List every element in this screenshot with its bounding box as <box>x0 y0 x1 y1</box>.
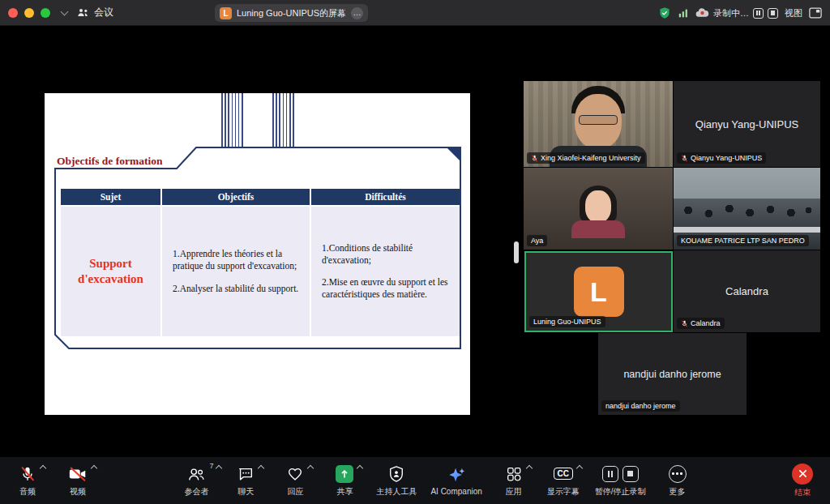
muted-mic-icon <box>531 155 538 162</box>
video-tile-qianyu-yang[interactable]: Qianyu Yang-UNIPUS Qianyu Yang-UNIPUS <box>674 81 820 167</box>
objective-item: 1.Apprendre les théories et la pratique … <box>173 248 302 272</box>
share-screen-icon <box>336 465 353 483</box>
close-window-button[interactable] <box>8 8 18 18</box>
participant-name-tag: Aya <box>527 235 547 246</box>
chat-button[interactable]: 聊天 <box>228 464 263 498</box>
apps-label: 应用 <box>506 486 522 498</box>
chevron-up-icon[interactable] <box>357 464 363 471</box>
cloud-recording-icon <box>695 7 709 19</box>
video-button[interactable]: 视频 <box>60 464 96 498</box>
more-ellipsis-icon <box>669 465 687 483</box>
stop-recording-icon[interactable] <box>622 466 639 482</box>
view-layout-icon[interactable] <box>809 7 822 19</box>
avatar: L <box>574 267 624 317</box>
audio-label: 音频 <box>19 486 36 498</box>
chevron-up-icon[interactable] <box>307 464 314 471</box>
chat-icon <box>237 465 255 483</box>
shared-screen-tab[interactable]: L Luning Guo-UNIPUS的屏幕 … <box>215 4 368 22</box>
table-body-row: Support d'excavation 1.Apprendre les thé… <box>61 207 460 336</box>
participant-name-tag: Qianyu Yang-UNIPUS <box>677 152 766 164</box>
participants-button[interactable]: 7 参会者 <box>178 464 214 498</box>
camera-muted-icon <box>68 465 88 483</box>
captions-cc-icon: CC <box>554 468 573 480</box>
difficulty-item: 2.Mise en œuvre du support et les caract… <box>322 276 451 301</box>
record-controls-button[interactable]: 暂停/停止录制 <box>595 464 646 498</box>
participants-label: 参会者 <box>184 486 208 498</box>
table-header-sujet: Sujet <box>61 189 162 205</box>
apps-button[interactable]: 应用 <box>496 464 532 498</box>
table-cell-objectives: 1.Apprendre les théories et la pratique … <box>162 207 311 336</box>
end-meeting-button[interactable]: 结束 <box>785 463 820 498</box>
end-label: 结束 <box>794 487 811 498</box>
participants-count-badge: 7 <box>209 462 213 470</box>
anchor-lines-graphic <box>272 93 295 148</box>
panel-resize-handle[interactable] <box>514 241 519 263</box>
chat-label: 聊天 <box>237 486 254 498</box>
video-tile-xing-xiaofei[interactable]: Xing Xiaofei-Kaifeng University <box>524 81 673 167</box>
minimize-window-button[interactable] <box>24 8 34 18</box>
security-shield-icon[interactable] <box>658 6 671 19</box>
video-tile-luning-guo-active[interactable]: L Luning Guo-UNIPUS <box>524 251 673 332</box>
titlebar-right: 录制中… 视图 <box>658 0 822 26</box>
chevron-down-icon[interactable] <box>61 7 69 15</box>
tab-avatar: L <box>220 7 232 19</box>
mic-muted-icon <box>19 465 36 483</box>
zoom-window-button[interactable] <box>41 8 50 18</box>
pause-recording-icon[interactable] <box>602 466 618 482</box>
ai-companion-button[interactable]: AI Companion <box>430 465 481 496</box>
shared-screen-slide: Objectifs de formation Sujet Objectifs D… <box>45 93 470 415</box>
video-tile-nandjui-danho[interactable]: nandjui danho jerome nandjui danho jerom… <box>598 333 747 415</box>
table-cell-subject: Support d'excavation <box>61 207 162 336</box>
video-tile-kouame-patrice[interactable]: KOUAME PATRICE LTP SAN PEDRO <box>674 168 820 250</box>
recording-label: 录制中… <box>713 7 749 19</box>
participant-name-tag: Xing Xiaofei-Kaifeng University <box>527 152 645 164</box>
chevron-up-icon[interactable] <box>91 464 97 471</box>
table-header-objectifs: Objectifs <box>162 189 311 205</box>
table-header-row: Sujet Objectifs Difficultés <box>61 189 460 205</box>
participant-name-tag: Luning Guo-UNIPUS <box>529 316 605 327</box>
end-x-icon <box>792 463 813 485</box>
chevron-up-icon[interactable] <box>526 464 533 471</box>
share-label: 共享 <box>336 486 353 498</box>
captions-button[interactable]: CC 显示字幕 <box>545 464 581 498</box>
chevron-up-icon[interactable] <box>216 464 222 471</box>
apps-grid-icon <box>505 465 523 483</box>
meeting-label: 会议 <box>94 6 113 19</box>
stop-recording-icon[interactable] <box>768 8 778 19</box>
chevron-up-icon[interactable] <box>576 464 583 471</box>
chevron-up-icon[interactable] <box>258 464 264 471</box>
reactions-label: 回应 <box>287 486 303 498</box>
share-screen-button[interactable]: 共享 <box>327 464 362 498</box>
slide-table: Sujet Objectifs Difficultés Support d'ex… <box>61 189 460 336</box>
participant-name-tag: KOUAME PATRICE LTP SAN PEDRO <box>677 235 809 246</box>
chevron-up-icon[interactable] <box>40 464 46 471</box>
objective-item: 2.Analyser la stabilité du support. <box>173 283 302 295</box>
recording-indicator: 录制中… <box>695 7 778 19</box>
audio-button[interactable]: 音频 <box>10 464 45 498</box>
meeting-menu[interactable]: 会议 <box>77 6 113 19</box>
participant-name-tag: nandjui danho jerome <box>601 400 680 412</box>
muted-mic-icon <box>681 320 688 327</box>
table-cell-difficulties: 1.Conditions de stabilité d'excavation; … <box>311 207 460 336</box>
host-tools-label: 主持人工具 <box>376 486 417 498</box>
video-label: 视频 <box>70 486 86 498</box>
host-tools-button[interactable]: 主持人工具 <box>376 464 417 498</box>
tab-more-button[interactable]: … <box>351 7 363 19</box>
muted-mic-icon <box>681 155 688 162</box>
titlebar: 会议 L Luning Guo-UNIPUS的屏幕 … 录制中… 视图 <box>0 0 830 26</box>
meeting-toolbar: 音频 视频 7 参会者 <box>0 457 830 504</box>
ai-sparkle-icon <box>447 466 466 484</box>
reactions-button[interactable]: 回应 <box>277 464 313 498</box>
video-tile-calandra[interactable]: Calandra Calandra <box>674 250 820 332</box>
record-label: 暂停/停止录制 <box>595 486 646 498</box>
video-tile-aya[interactable]: Aya <box>524 168 673 250</box>
connection-signal-icon <box>678 7 689 19</box>
more-button[interactable]: 更多 <box>660 464 695 498</box>
pause-recording-icon[interactable] <box>753 8 764 19</box>
participant-name-tag: Calandra <box>677 318 725 329</box>
slide-title: Objectifs de formation <box>57 155 162 168</box>
people-icon <box>77 7 89 18</box>
captions-label: 显示字幕 <box>547 486 580 498</box>
shield-icon <box>388 465 404 483</box>
difficulty-item: 1.Conditions de stabilité d'excavation; <box>322 242 451 267</box>
